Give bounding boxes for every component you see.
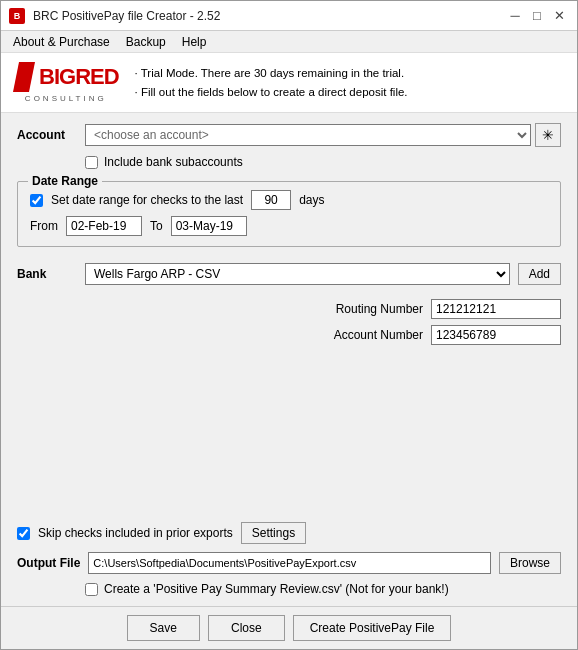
close-button-footer[interactable]: Close (208, 615, 285, 641)
minimize-button[interactable]: ─ (505, 6, 525, 26)
date-range-checkbox-row: Set date range for checks to the last 90… (30, 190, 548, 210)
account-number-label: Account Number (313, 328, 423, 342)
routing-area: Routing Number 121212121 Account Number … (17, 299, 561, 345)
account-label: Account (17, 128, 77, 142)
create-positivepay-button[interactable]: Create PositivePay File (293, 615, 452, 641)
header-line2: Fill out the fields below to create a di… (135, 83, 408, 101)
summary-row: Create a 'Positive Pay Summary Review.cs… (17, 582, 561, 596)
menu-help[interactable]: Help (174, 33, 215, 51)
bank-label: Bank (17, 267, 77, 281)
routing-number-row: Routing Number 121212121 (57, 299, 561, 319)
settings-button[interactable]: Settings (241, 522, 306, 544)
logo-text: BIGRED (39, 66, 119, 88)
header-info: Trial Mode. There are 30 days remaining … (135, 64, 408, 101)
skip-label: Skip checks included in prior exports (38, 526, 233, 540)
from-label: From (30, 219, 58, 233)
bank-select[interactable]: Wells Fargo ARP - CSV (85, 263, 510, 285)
bank-row: Bank Wells Fargo ARP - CSV Add (17, 263, 561, 285)
spacer (17, 353, 561, 514)
subaccounts-checkbox[interactable] (85, 156, 98, 169)
title-bar-controls: ─ □ ✕ (505, 6, 569, 26)
to-date-input[interactable]: 03-May-19 (171, 216, 247, 236)
output-file-row: Output File C:\Users\Softpedia\Documents… (17, 552, 561, 574)
account-combo-wrapper: <choose an account> ✳ (85, 123, 561, 147)
menu-about[interactable]: About & Purchase (5, 33, 118, 51)
summary-checkbox[interactable] (85, 583, 98, 596)
content-area: Account <choose an account> ✳ Include ba… (1, 113, 577, 606)
close-button[interactable]: ✕ (549, 6, 569, 26)
skip-row: Skip checks included in prior exports Se… (17, 522, 561, 544)
subaccounts-row: Include bank subaccounts (17, 155, 561, 169)
save-button[interactable]: Save (127, 615, 200, 641)
maximize-button[interactable]: □ (527, 6, 547, 26)
logo-top: BIGRED (13, 62, 119, 92)
logo-consulting: CONSULTING (25, 94, 107, 103)
date-range-checkbox[interactable] (30, 194, 43, 207)
menu-bar: About & Purchase Backup Help (1, 31, 577, 53)
window-title: BRC PositivePay file Creator - 2.52 (33, 9, 220, 23)
date-from-row: From 02-Feb-19 To 03-May-19 (30, 216, 548, 236)
summary-label: Create a 'Positive Pay Summary Review.cs… (104, 582, 449, 596)
days-input[interactable]: 90 (251, 190, 291, 210)
routing-label: Routing Number (313, 302, 423, 316)
account-number-input[interactable]: 123456789 (431, 325, 561, 345)
menu-backup[interactable]: Backup (118, 33, 174, 51)
date-range-label: Set date range for checks to the last (51, 193, 243, 207)
account-number-row: Account Number 123456789 (57, 325, 561, 345)
title-bar: B BRC PositivePay file Creator - 2.52 ─ … (1, 1, 577, 31)
routing-number-input[interactable]: 121212121 (431, 299, 561, 319)
main-window: B BRC PositivePay file Creator - 2.52 ─ … (0, 0, 578, 650)
subaccounts-label: Include bank subaccounts (104, 155, 243, 169)
date-range-group: Date Range Set date range for checks to … (17, 181, 561, 247)
footer: Save Close Create PositivePay File (1, 606, 577, 649)
output-file-label: Output File (17, 556, 80, 570)
output-file-input[interactable]: C:\Users\Softpedia\Documents\PositivePay… (88, 552, 491, 574)
app-icon: B (9, 8, 25, 24)
skip-checkbox[interactable] (17, 527, 30, 540)
header-line1: Trial Mode. There are 30 days remaining … (135, 64, 408, 82)
star-button[interactable]: ✳ (535, 123, 561, 147)
account-select[interactable]: <choose an account> (85, 124, 531, 146)
logo: BIGRED CONSULTING (13, 62, 119, 103)
browse-button[interactable]: Browse (499, 552, 561, 574)
to-label: To (150, 219, 163, 233)
logo-big: BIG (39, 64, 75, 89)
from-date-input[interactable]: 02-Feb-19 (66, 216, 142, 236)
logo-slash-icon (13, 62, 35, 92)
title-bar-left: B BRC PositivePay file Creator - 2.52 (9, 8, 220, 24)
account-row: Account <choose an account> ✳ (17, 123, 561, 147)
header-bar: BIGRED CONSULTING Trial Mode. There are … (1, 53, 577, 113)
date-range-title: Date Range (28, 174, 102, 188)
add-bank-button[interactable]: Add (518, 263, 561, 285)
logo-red: RED (75, 64, 118, 89)
days-label: days (299, 193, 324, 207)
